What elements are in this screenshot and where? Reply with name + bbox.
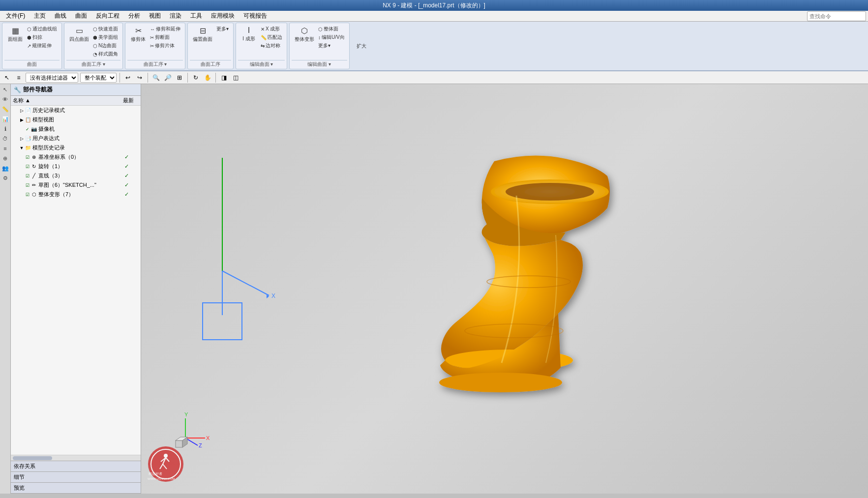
ribbon-btn-jian[interactable]: ✂剪断面 bbox=[149, 33, 182, 41]
ribbon-btn-more1[interactable]: 更多▾ bbox=[215, 25, 230, 33]
toolbar-btn-fit[interactable]: ⊞ bbox=[175, 73, 184, 83]
ribbon-btn-miangzu[interactable]: ▦ 面组面 bbox=[5, 25, 25, 44]
expand-icon: 扩大 bbox=[357, 43, 366, 50]
nav-item-sketch[interactable]: ☑ ✏ 草图（6）"SKETCH_..." ✓ bbox=[11, 180, 141, 190]
left-icon-view[interactable]: 👁 bbox=[1, 95, 10, 104]
ribbon-btn-uv[interactable]: ↕编辑U/V向 bbox=[317, 33, 346, 41]
ribbon-btn-kuaisu[interactable]: ⬡快速造面 bbox=[91, 25, 120, 33]
ribbon-btn-sym[interactable]: ⇆边对称 bbox=[259, 42, 284, 50]
left-icon-select[interactable]: ↖ bbox=[1, 85, 10, 94]
scroll-thumb[interactable] bbox=[13, 456, 52, 460]
toolbar-btn-select[interactable]: ↖ bbox=[2, 73, 12, 83]
ribbon-btn-pianzhii[interactable]: ⊟ 偏置曲面 bbox=[191, 25, 214, 44]
nav-item-history[interactable]: ▷ 📄 历史记录模式 bbox=[11, 106, 141, 115]
menu-item-surface[interactable]: 曲面 bbox=[71, 11, 91, 21]
menu-item-file[interactable]: 文件(F) bbox=[2, 11, 29, 21]
nav-tab-deps[interactable]: 依存关系 bbox=[11, 461, 141, 472]
menu-item-visual[interactable]: 可视报告 bbox=[239, 11, 271, 21]
menu-item-home[interactable]: 主页 bbox=[30, 11, 50, 21]
nav-item-modelviews[interactable]: ▶ 📋 模型视图 bbox=[11, 115, 141, 124]
ribbon-btn-saolie[interactable]: ⬢扫掠 bbox=[26, 33, 59, 41]
toolbar-btn-zoom-out[interactable]: 🔎 bbox=[163, 73, 173, 83]
ribbon-buttons-surface: ▦ 面组面 ⬡通过曲线组 ⬢扫掠 ↗规律延伸 bbox=[4, 24, 60, 59]
ribbon-btn-style[interactable]: ◔样式圆角 bbox=[91, 50, 120, 58]
ribbon-col-4: 更多▾ bbox=[215, 25, 230, 33]
ribbon-group-surface2: ▭ 四点曲面 ⬡快速造面 ⬢美学面组 ⬡N边曲面 ◔样式圆角 曲面工序 ▾ bbox=[64, 23, 123, 69]
trim-icon: ✂ bbox=[135, 26, 142, 35]
filter-select[interactable]: 没有选择过滤器 bbox=[26, 73, 78, 83]
nav-tab-preview[interactable]: 预览 bbox=[11, 483, 141, 494]
left-icon-snap[interactable]: ⊕ bbox=[1, 154, 10, 163]
parts-nav-icon: 🔧 bbox=[14, 87, 21, 93]
left-icon-info[interactable]: ℹ bbox=[1, 124, 10, 133]
nside-icon: ⬡ bbox=[93, 43, 97, 49]
ribbon-btn-tongguo[interactable]: ⬡通过曲线组 bbox=[26, 25, 59, 33]
ribbon-btn-more2[interactable]: 更多▾ bbox=[317, 42, 346, 50]
menu-item-curve[interactable]: 曲线 bbox=[51, 11, 70, 21]
toolbar-btn-wireframe[interactable]: ◫ bbox=[231, 73, 240, 83]
ribbon-col-5: ✕X 成形 📏匹配边 ⇆边对称 bbox=[259, 25, 284, 50]
ribbon-btn-global-deform[interactable]: ⬡ 整体变形 bbox=[293, 25, 316, 44]
toolbar-btn-undo[interactable]: ↩ bbox=[123, 73, 133, 83]
titlebar: NX 9 - 建模 - [_model17.prt（修改的）] bbox=[0, 0, 868, 11]
left-icon-group[interactable]: 👥 bbox=[1, 164, 10, 173]
curve-group-icon: ⬡ bbox=[27, 27, 31, 32]
toolbar-btn-shading[interactable]: ◨ bbox=[219, 73, 229, 83]
toolbar-btn-menu[interactable]: ≡ bbox=[14, 73, 24, 83]
nav-tab-details[interactable]: 细节 bbox=[11, 472, 141, 483]
parts-nav-header: 🔧 部件导航器 bbox=[11, 84, 141, 96]
ribbon-btn-X-form[interactable]: ✕X 成形 bbox=[259, 25, 284, 33]
nav-item-rotate[interactable]: ☑ ↻ 旋转（1） ✓ bbox=[11, 162, 141, 171]
main-content: ↖ 👁 📏 📊 ℹ ⏱ ≡ ⊕ 👥 ⚙ 🔧 部件导航器 名称 ▲ 最新 ▷ 📄 … bbox=[0, 84, 868, 494]
toolbar-btn-redo[interactable]: ↪ bbox=[135, 73, 145, 83]
toolbar-btn-pan[interactable]: ✋ bbox=[203, 73, 212, 83]
command-search-input[interactable] bbox=[807, 11, 866, 21]
left-icon-list[interactable]: ≡ bbox=[1, 144, 10, 153]
ribbon-btn-guilv[interactable]: ↗规律延伸 bbox=[26, 42, 59, 50]
nav-scrollbar[interactable] bbox=[11, 455, 141, 461]
viewport[interactable]: X X Y Z bbox=[141, 84, 868, 494]
left-icon-analysis[interactable]: 📊 bbox=[1, 115, 10, 123]
nav-item-modelhistory[interactable]: ▼ 📁 模型历史记录 bbox=[11, 143, 141, 152]
nav-item-coord[interactable]: ☑ ⊕ 基准坐标系（0） ✓ bbox=[11, 152, 141, 162]
svg-point-21 bbox=[148, 446, 183, 482]
ribbon-btn-pian[interactable]: ↔修剪和延伸 bbox=[149, 25, 182, 33]
ribbon-btn-meixue[interactable]: ⬢美学面组 bbox=[91, 33, 120, 41]
toolbar-btn-rotate[interactable]: ↻ bbox=[191, 73, 201, 83]
expander-history2: ▼ bbox=[19, 145, 25, 151]
ribbon-btn-xiupian[interactable]: ✂修剪片体 bbox=[149, 42, 182, 50]
svg-text:WWW.UGSNX.COM: WWW.UGSNX.COM bbox=[148, 477, 175, 480]
trimext-icon: ↔ bbox=[150, 27, 155, 32]
ribbon-btn-xiujian[interactable]: ✂ 修剪体 bbox=[128, 25, 148, 44]
menu-item-view[interactable]: 视图 bbox=[145, 11, 165, 21]
ribbon-group-offset: ⊟ 偏置曲面 更多▾ 曲面工序 bbox=[187, 23, 234, 69]
nav-item-expressions[interactable]: ▷ 📑 用户表达式 bbox=[11, 134, 141, 143]
ribbon-btn-I-form[interactable]: I I 成形 bbox=[239, 25, 259, 43]
nav-item-deform[interactable]: ☑ ⬡ 整体变形（7） ✓ bbox=[11, 190, 141, 199]
assembly-select[interactable]: 整个装配 bbox=[80, 73, 117, 83]
deform-icon: ⬡ bbox=[30, 191, 37, 198]
ribbon-btn-expand[interactable]: 扩大 bbox=[352, 42, 371, 51]
surface-icon: ▦ bbox=[12, 26, 19, 35]
nav-item-line[interactable]: ☑ ╱ 直线（3） ✓ bbox=[11, 171, 141, 180]
left-icon-history[interactable]: ⏱ bbox=[1, 134, 10, 143]
divider-4 bbox=[215, 73, 216, 83]
trimsheet-icon: ✂ bbox=[150, 43, 154, 49]
ribbon-btn-nbian[interactable]: ⬡N边曲面 bbox=[91, 42, 120, 50]
menu-item-render[interactable]: 渲染 bbox=[166, 11, 185, 21]
menu-item-app[interactable]: 应用模块 bbox=[207, 11, 239, 21]
stylernd-icon: ◔ bbox=[93, 52, 97, 57]
ribbon-btn-4point[interactable]: ▭ 四点曲面 bbox=[67, 25, 91, 44]
menu-item-analysis[interactable]: 分析 bbox=[124, 11, 144, 21]
toolbar-btn-zoom-in[interactable]: 🔍 bbox=[151, 73, 161, 83]
expander-modelviews: ▶ bbox=[19, 117, 25, 123]
menu-item-reverse[interactable]: 反向工程 bbox=[92, 11, 123, 21]
menu-item-tools[interactable]: 工具 bbox=[186, 11, 206, 21]
sketch-icon: ✏ bbox=[30, 182, 37, 189]
left-icon-measure[interactable]: 📏 bbox=[1, 105, 10, 114]
globalface-icon: ⬡ bbox=[318, 27, 323, 32]
ribbon-btn-global-face[interactable]: ⬡整体面 bbox=[317, 25, 346, 33]
left-icon-settings[interactable]: ⚙ bbox=[1, 174, 10, 182]
ribbon-btn-match[interactable]: 📏匹配边 bbox=[259, 33, 284, 41]
nav-item-camera[interactable]: ✓ 📷 摄像机 bbox=[11, 124, 141, 134]
